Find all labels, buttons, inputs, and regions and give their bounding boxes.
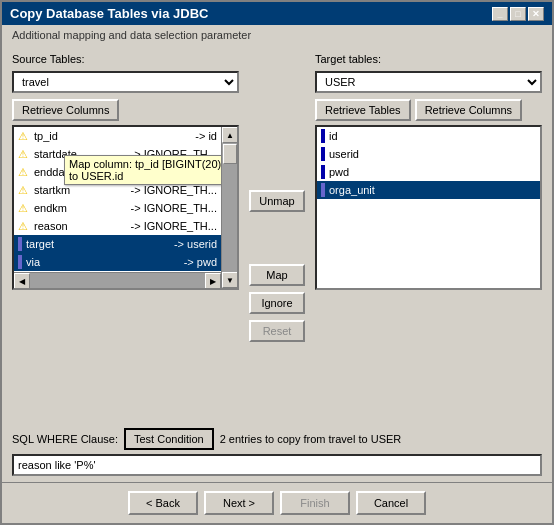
tooltip: Map column: tp_id [BIGINT(20)] to USER.i… (64, 155, 221, 185)
target-list-item[interactable]: userid (317, 145, 540, 163)
list-item[interactable]: via -> pwd (14, 253, 221, 271)
item-text: via (26, 256, 180, 268)
sql-info: 2 entries to copy from travel to USER (220, 433, 402, 445)
map-button[interactable]: Map (249, 264, 305, 286)
target-list-item[interactable]: orga_unit (317, 181, 540, 199)
warn-icon: ⚠ (18, 202, 30, 215)
target-list-item[interactable]: pwd (317, 163, 540, 181)
window-title: Copy Database Tables via JDBC (10, 6, 208, 21)
list-item[interactable]: target -> userid (14, 235, 221, 253)
close-button[interactable]: ✕ (528, 7, 544, 21)
minimize-button[interactable]: _ (492, 7, 508, 21)
back-button[interactable]: < Back (128, 491, 198, 515)
subtitle: Additional mapping and data selection pa… (2, 25, 552, 47)
middle-panel: Unmap Map Ignore Reset (249, 53, 305, 418)
retrieve-tables-button[interactable]: Retrieve Tables (315, 99, 411, 121)
list-item[interactable]: ⚠ tp_id -> id (14, 127, 221, 145)
reset-button[interactable]: Reset (249, 320, 305, 342)
source-dropdown-row: travel (12, 71, 239, 93)
blue-indicator (321, 183, 325, 197)
content-area: Source Tables: travel Retrieve Columns (2, 47, 552, 482)
blue-indicator (321, 165, 325, 179)
item-text: userid (329, 148, 359, 160)
scroll-right-button[interactable]: ▶ (205, 273, 221, 289)
target-dropdown-row: USER (315, 71, 542, 93)
item-mapping: -> id (195, 130, 217, 142)
source-dropdown-wrapper: travel (12, 71, 239, 93)
warn-icon: ⚠ (18, 220, 30, 233)
warn-icon: ⚠ (18, 184, 30, 197)
ignore-button[interactable]: Ignore (249, 292, 305, 314)
item-text: pwd (329, 166, 349, 178)
left-panel: Source Tables: travel Retrieve Columns (12, 53, 239, 418)
blue-indicator (321, 147, 325, 161)
warn-icon: ⚠ (18, 148, 30, 161)
scroll-up-button[interactable]: ▲ (222, 127, 238, 143)
cancel-button[interactable]: Cancel (356, 491, 426, 515)
main-window: Copy Database Tables via JDBC _ □ ✕ Addi… (0, 0, 554, 525)
source-tables-dropdown[interactable]: travel (12, 71, 239, 93)
item-text: orga_unit (329, 184, 375, 196)
warn-icon: ⚠ (18, 130, 30, 143)
target-dropdown-wrapper: USER (315, 71, 542, 93)
sql-input[interactable] (12, 454, 542, 476)
warn-icon: ⚠ (18, 166, 30, 179)
blue-indicator (18, 255, 22, 269)
title-bar-controls: _ □ ✕ (492, 7, 544, 21)
item-text: id (329, 130, 338, 142)
item-text: target (26, 238, 170, 250)
item-mapping: -> IGNORE_TH... (131, 220, 218, 232)
blue-indicator (321, 129, 325, 143)
target-columns-list[interactable]: id userid pwd orga_unit (315, 125, 542, 290)
title-bar: Copy Database Tables via JDBC _ □ ✕ (2, 2, 552, 25)
next-button[interactable]: Next > (204, 491, 274, 515)
scroll-track[interactable] (222, 143, 237, 272)
list-item[interactable]: ⚠ endkm -> IGNORE_TH... (14, 199, 221, 217)
right-panel: Target tables: USER Retrieve Tables Retr… (315, 53, 542, 418)
item-text: reason (34, 220, 127, 232)
item-mapping: -> IGNORE_TH... (131, 202, 218, 214)
horizontal-scrollbar[interactable]: ◀ ▶ (14, 272, 221, 288)
item-mapping: -> userid (174, 238, 217, 250)
list-item[interactable]: ⚠ reason -> IGNORE_TH... (14, 217, 221, 235)
sql-label-row: SQL WHERE Clause: Test Condition 2 entri… (12, 428, 542, 450)
footer: < Back Next > Finish Cancel (2, 482, 552, 523)
target-list-inner: id userid pwd orga_unit (317, 127, 540, 199)
item-text: startkm (34, 184, 127, 196)
target-list-item[interactable]: id (317, 127, 540, 145)
retrieve-columns-right-button[interactable]: Retrieve Columns (415, 99, 522, 121)
blue-indicator (18, 237, 22, 251)
target-tables-dropdown[interactable]: USER (315, 71, 542, 93)
unmap-button[interactable]: Unmap (249, 190, 305, 212)
vertical-scrollbar[interactable]: ▲ ▼ (221, 127, 237, 288)
retrieve-columns-button[interactable]: Retrieve Columns (12, 99, 119, 121)
main-row: Source Tables: travel Retrieve Columns (12, 53, 542, 418)
maximize-button[interactable]: □ (510, 7, 526, 21)
item-text: tp_id (34, 130, 191, 142)
item-mapping: -> IGNORE_TH... (131, 184, 218, 196)
sql-label: SQL WHERE Clause: (12, 433, 118, 445)
source-columns-list[interactable]: Map column: tp_id [BIGINT(20)] to USER.i… (12, 125, 239, 290)
target-tables-label: Target tables: (315, 53, 542, 65)
tooltip-line2: to USER.id (69, 170, 221, 182)
test-condition-button[interactable]: Test Condition (124, 428, 214, 450)
item-text: endkm (34, 202, 127, 214)
scroll-left-button[interactable]: ◀ (14, 273, 30, 289)
scroll-down-button[interactable]: ▼ (222, 272, 238, 288)
source-list-inner: Map column: tp_id [BIGINT(20)] to USER.i… (14, 127, 221, 272)
sql-section: SQL WHERE Clause: Test Condition 2 entri… (12, 428, 542, 476)
retrieve-buttons: Retrieve Tables Retrieve Columns (315, 99, 542, 121)
h-scroll-track[interactable] (30, 273, 205, 288)
tooltip-line1: Map column: tp_id [BIGINT(20)] (69, 158, 221, 170)
scroll-thumb[interactable] (223, 144, 237, 164)
source-tables-label: Source Tables: (12, 53, 239, 65)
finish-button[interactable]: Finish (280, 491, 350, 515)
item-mapping: -> pwd (184, 256, 217, 268)
